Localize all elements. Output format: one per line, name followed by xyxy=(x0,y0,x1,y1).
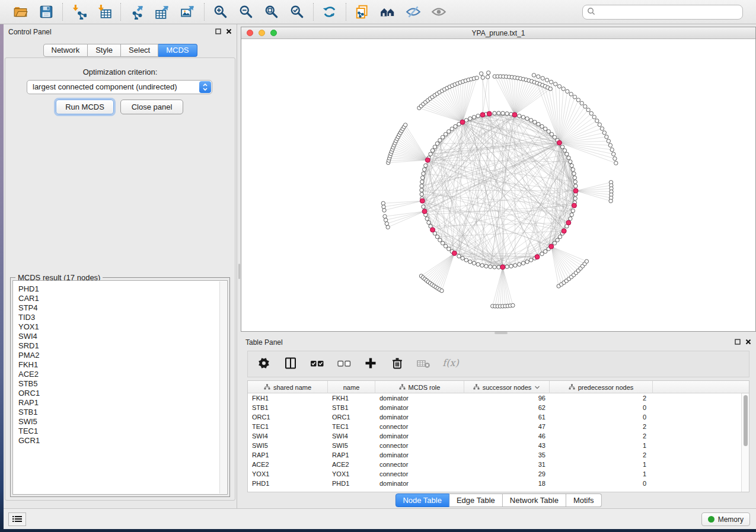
mcds-result-list[interactable]: PHD1CAR1STP4TID3YOX1SWI4SRD1PMA2FKH1ACE2… xyxy=(12,280,228,495)
network-node[interactable] xyxy=(570,164,573,167)
network-node[interactable] xyxy=(476,114,480,118)
satellite-node[interactable] xyxy=(383,214,387,218)
network-node[interactable] xyxy=(553,241,556,245)
result-scrollbar[interactable] xyxy=(219,281,227,493)
network-node[interactable] xyxy=(430,149,434,152)
network-node[interactable] xyxy=(421,176,425,180)
network-node[interactable] xyxy=(468,260,472,264)
memory-button[interactable]: Memory xyxy=(701,512,750,526)
satellite-node[interactable] xyxy=(386,225,390,229)
network-node[interactable] xyxy=(529,258,532,262)
criterion-select[interactable]: largest connected component (undirected) xyxy=(27,80,212,94)
network-node[interactable] xyxy=(571,209,575,213)
mcds-result-item[interactable]: TID3 xyxy=(18,313,227,322)
mcds-hub-node[interactable] xyxy=(430,227,435,232)
mcds-hub-node[interactable] xyxy=(420,198,425,203)
network-node[interactable] xyxy=(547,130,550,133)
network-node[interactable] xyxy=(571,168,575,171)
network-node[interactable] xyxy=(521,261,525,265)
mcds-hub-node[interactable] xyxy=(500,265,505,270)
network-node[interactable] xyxy=(540,252,544,255)
satellite-node[interactable] xyxy=(614,161,618,165)
network-node[interactable] xyxy=(513,264,517,267)
network-node[interactable] xyxy=(425,217,429,220)
network-node[interactable] xyxy=(420,188,423,192)
network-node[interactable] xyxy=(497,265,500,269)
table-row[interactable]: STB1STB1dominator620 xyxy=(248,403,741,412)
satellite-node[interactable] xyxy=(573,95,576,99)
task-history-button[interactable] xyxy=(8,512,26,526)
network-node[interactable] xyxy=(420,180,424,184)
mcds-result-item[interactable]: PMA2 xyxy=(18,351,227,360)
mcds-result-item[interactable]: STP4 xyxy=(18,303,227,313)
table-row[interactable]: YOX1YOX1connector291 xyxy=(248,469,741,479)
mcds-result-item[interactable]: RAP1 xyxy=(18,398,227,408)
import-network-button[interactable] xyxy=(71,4,87,20)
mcds-hub-node[interactable] xyxy=(425,158,430,162)
table-row[interactable]: PHD1PHD1dominator180 xyxy=(248,479,741,488)
mcds-result-item[interactable]: SRD1 xyxy=(18,341,227,351)
export-table-button[interactable] xyxy=(154,4,171,20)
network-node[interactable] xyxy=(468,117,472,120)
satellite-node[interactable] xyxy=(592,115,596,118)
network-node[interactable] xyxy=(441,241,444,245)
satellite-node[interactable] xyxy=(382,209,386,212)
tab-network[interactable]: Network xyxy=(43,44,88,57)
network-node[interactable] xyxy=(537,122,540,126)
network-node[interactable] xyxy=(472,261,476,265)
satellite-node[interactable] xyxy=(598,123,601,126)
satellite-node[interactable] xyxy=(585,259,588,263)
show-all-button[interactable] xyxy=(430,4,447,20)
mcds-result-item[interactable]: ORC1 xyxy=(18,389,227,398)
tab-style[interactable]: Style xyxy=(88,44,121,57)
run-mcds-button[interactable]: Run MCDS xyxy=(56,100,114,114)
tab-mcds[interactable]: MCDS xyxy=(158,44,197,57)
network-node[interactable] xyxy=(447,247,451,251)
network-node[interactable] xyxy=(444,132,447,136)
table-row[interactable]: ORC1ORC1dominator610 xyxy=(248,412,741,422)
mcds-hub-node[interactable] xyxy=(572,203,576,208)
table-row[interactable]: SWI5SWI5connector431 xyxy=(248,441,741,450)
mcds-result-item[interactable]: TEC1 xyxy=(18,427,227,436)
network-node[interactable] xyxy=(509,264,513,268)
network-node[interactable] xyxy=(505,265,509,268)
satellite-node[interactable] xyxy=(554,82,557,86)
mcds-hub-node[interactable] xyxy=(487,111,492,116)
tab-select[interactable]: Select xyxy=(121,44,158,57)
satellite-node[interactable] xyxy=(612,152,615,156)
mcds-hub-node[interactable] xyxy=(566,220,571,225)
satellite-node[interactable] xyxy=(381,201,385,205)
import-table-button[interactable] xyxy=(96,4,113,20)
satellite-node[interactable] xyxy=(580,101,583,105)
network-node[interactable] xyxy=(518,114,521,118)
mcds-hub-node[interactable] xyxy=(480,113,485,117)
tab-edge-table[interactable]: Edge Table xyxy=(449,493,503,507)
satellite-node[interactable] xyxy=(610,148,614,152)
close-panel-icon[interactable] xyxy=(745,339,751,345)
mcds-result-item[interactable]: YOX1 xyxy=(18,322,227,332)
network-node[interactable] xyxy=(424,164,428,167)
table-row[interactable]: RAP1RAP1dominator352 xyxy=(248,450,741,460)
mcds-hub-node[interactable] xyxy=(557,140,562,145)
mcds-result-item[interactable]: STB1 xyxy=(18,408,227,417)
hide-selected-button[interactable] xyxy=(405,4,422,20)
network-node[interactable] xyxy=(550,132,553,136)
network-node[interactable] xyxy=(501,111,505,115)
search-field[interactable] xyxy=(582,5,743,20)
first-neighbors-button[interactable] xyxy=(379,4,396,20)
network-node[interactable] xyxy=(574,184,578,188)
network-node[interactable] xyxy=(422,205,425,209)
network-node[interactable] xyxy=(457,254,461,258)
satellite-node[interactable] xyxy=(475,76,479,79)
satellite-node[interactable] xyxy=(589,111,593,115)
network-node[interactable] xyxy=(454,124,457,128)
satellite-node[interactable] xyxy=(541,76,544,80)
network-node[interactable] xyxy=(569,160,572,164)
satellite-node[interactable] xyxy=(481,76,484,79)
network-node[interactable] xyxy=(464,258,468,262)
network-node[interactable] xyxy=(544,249,547,253)
network-node[interactable] xyxy=(450,127,454,130)
mcds-hub-node[interactable] xyxy=(535,255,540,259)
table-settings-button[interactable] xyxy=(255,355,273,373)
column-header-name[interactable]: name xyxy=(328,381,375,393)
